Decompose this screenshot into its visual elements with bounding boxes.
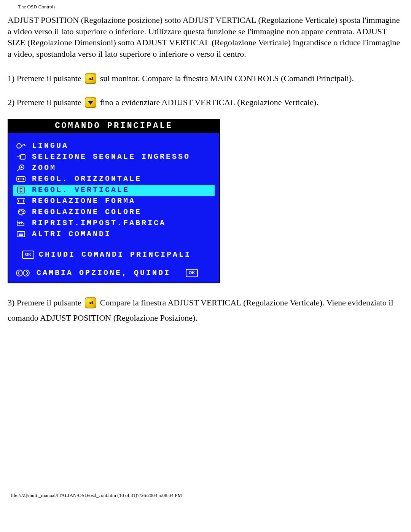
svg-point-10 (23, 270, 29, 276)
page-header: The OSD Controls (18, 4, 403, 10)
osd-hint-label: CAMBIA OPZIONE, QUINDI (32, 268, 186, 278)
osd-item-zoom: ZOOM (13, 163, 215, 174)
shape-icon (14, 197, 27, 205)
step2-text-a: 2) Premere il pulsante (8, 98, 83, 107)
osd-item-label: SELEZIONE SEGNALE INGRESSO (27, 152, 190, 162)
svg-point-5 (19, 211, 20, 212)
osd-close-label: CHIUDI COMANDI PRINCIPALI (34, 250, 191, 260)
nav-arrows-icon (14, 269, 32, 277)
down-arrow-button-icon (85, 97, 96, 108)
input-icon (14, 153, 27, 161)
osd-item-input: SELEZIONE SEGNALE INGRESSO (13, 152, 215, 163)
svg-point-9 (16, 270, 22, 276)
osd-item-vertical: REGOL. VERTICALE (13, 185, 215, 196)
step1-text-a: 1) Premere il pulsante (8, 73, 83, 83)
osd-item-extra: ALTRI COMANDI (13, 229, 215, 240)
ok-button-icon (85, 297, 96, 308)
intro-paragraph: ADJUST POSITION (Regolazione posizione) … (8, 14, 403, 60)
list-icon (14, 230, 27, 238)
osd-item-label: ZOOM (27, 163, 56, 173)
svg-point-7 (23, 211, 24, 212)
step3-text-a: 3) Premere il pulsante (8, 298, 83, 307)
vertical-icon (14, 186, 27, 194)
step2-text-b: fino a evidenziare ADJUST VERTICAL (Rego… (100, 98, 319, 107)
svg-point-6 (21, 210, 22, 211)
palette-icon (14, 208, 27, 216)
ok-chip-icon: OK (186, 269, 198, 277)
step-1: 1) Premere il pulsante sul monitor. Comp… (8, 70, 403, 86)
osd-item-label: REGOL. VERTICALE (27, 185, 129, 195)
osd-item-label: REGOL. ORIZZONTALE (27, 174, 142, 184)
osd-item-lingua: LINGUA (13, 141, 215, 152)
osd-item-label: REGOLAZIONE FORMA (27, 196, 135, 206)
zoom-icon (14, 164, 27, 172)
osd-item-horizontal: REGOL. ORIZZONTALE (13, 174, 215, 185)
factory-reset-icon (14, 219, 27, 227)
svg-point-0 (17, 144, 21, 148)
osd-item-factory: RIPRIST.IMPOST.FABRICA (13, 218, 215, 229)
osd-item-label: RIPRIST.IMPOST.FABRICA (27, 218, 166, 228)
horizontal-icon (14, 175, 27, 183)
osd-title: COMANDO PRINCIPALE (8, 120, 219, 133)
ok-chip-icon: OK (22, 251, 34, 259)
osd-close-row: OK CHIUDI COMANDI PRINCIPALI (13, 249, 215, 260)
osd-footer-hint: CAMBIA OPZIONE, QUINDI OK (13, 267, 215, 279)
osd-item-color: REGOLAZIONE COLORE (13, 207, 215, 218)
osd-body: LINGUA SELEZIONE SEGNALE INGRESSO ZOOM R… (8, 133, 219, 283)
osd-item-label: REGOLAZIONE COLORE (27, 207, 142, 217)
step-3: 3) Premere il pulsante Compare la finest… (8, 295, 403, 325)
footer-path: file:///Z|/multi_manual/ITALIAN/OSD/osd_… (8, 492, 403, 498)
osd-item-shape: REGOLAZIONE FORMA (13, 196, 215, 207)
osd-item-label: LINGUA (27, 141, 68, 151)
step-2: 2) Premere il pulsante fino a evidenziar… (8, 94, 403, 110)
osd-menu: COMANDO PRINCIPALE LINGUA SELEZIONE SEGN… (8, 119, 220, 283)
language-icon (14, 142, 27, 150)
step1-text-b: sul monitor. Compare la finestra MAIN CO… (100, 73, 354, 83)
osd-item-label: ALTRI COMANDI (27, 229, 111, 239)
ok-button-icon (85, 73, 96, 84)
